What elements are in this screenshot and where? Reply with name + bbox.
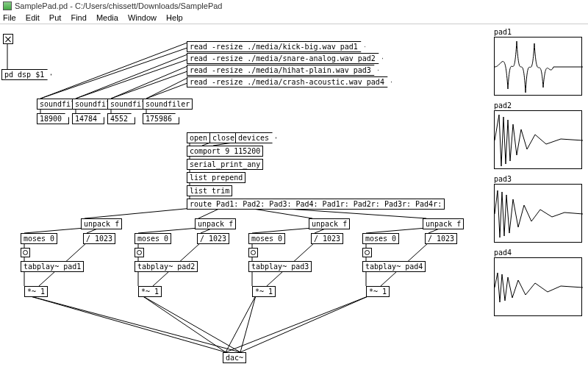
msg-read-4[interactable]: read -resize ./media/crash-acoustic.wav …	[187, 76, 392, 88]
num-samples-3[interactable]: 4552	[107, 113, 135, 124]
obj-tabplay-2[interactable]: tabplay~ pad2	[135, 261, 198, 272]
obj-mult-1[interactable]: *~ 1	[24, 286, 48, 297]
obj-mult-4[interactable]: *~ 1	[366, 286, 390, 297]
menu-help[interactable]: Help	[166, 13, 183, 22]
menu-bar[interactable]: File Edit Put Find Media Window Help	[0, 12, 588, 24]
array-label-1: pad1	[494, 28, 512, 36]
msg-read-2[interactable]: read -resize ./media/snare-analog.wav pa…	[187, 53, 383, 64]
obj-moses-2[interactable]: moses 0	[135, 233, 171, 244]
svg-line-6	[76, 60, 187, 99]
obj-mult-3[interactable]: *~ 1	[252, 286, 276, 297]
menu-file[interactable]: File	[3, 13, 16, 22]
array-label-3: pad3	[494, 175, 512, 183]
obj-tabplay-4[interactable]: tabplay~ pad4	[362, 261, 426, 272]
bang-3[interactable]	[248, 248, 258, 257]
obj-tabplay-3[interactable]: tabplay~ pad3	[248, 261, 312, 272]
svg-line-1	[40, 43, 187, 99]
svg-line-31	[28, 296, 240, 352]
obj-soundfiler-4[interactable]: soundfiler	[143, 99, 193, 110]
num-samples-2[interactable]: 14784	[72, 113, 104, 124]
obj-unpack-4[interactable]: unpack f	[423, 218, 464, 229]
svg-line-4	[146, 78, 187, 99]
obj-moses-1[interactable]: moses 0	[21, 233, 57, 244]
obj-moses-4[interactable]: moses 0	[362, 233, 399, 244]
bang-2[interactable]	[135, 248, 144, 257]
svg-line-54	[226, 296, 370, 352]
obj-div-4[interactable]: / 1023	[425, 233, 457, 244]
array-pad4[interactable]	[494, 257, 582, 316]
svg-line-24	[24, 228, 85, 233]
msg-devices[interactable]: devices	[235, 132, 276, 143]
num-samples-1[interactable]: 18900	[37, 113, 69, 124]
svg-line-38	[142, 296, 226, 352]
array-pad3[interactable]	[494, 184, 582, 243]
array-label-2: pad2	[494, 101, 512, 110]
svg-line-22	[248, 208, 312, 218]
menu-media[interactable]: Media	[96, 13, 118, 22]
obj-list-trim[interactable]: list trim	[187, 185, 232, 196]
obj-unpack-1[interactable]: unpack f	[81, 218, 122, 229]
obj-unpack-3[interactable]: unpack f	[309, 218, 350, 229]
svg-line-39	[142, 296, 240, 352]
svg-line-55	[240, 296, 370, 352]
obj-unpack-2[interactable]: unpack f	[195, 218, 236, 229]
window-title: SamplePad.pd - C:/Users/chissett/Downloa…	[15, 1, 222, 10]
svg-line-32	[138, 228, 198, 233]
obj-serial-print[interactable]: serial_print_any	[187, 159, 263, 170]
obj-moses-3[interactable]: moses 0	[248, 233, 285, 244]
menu-edit[interactable]: Edit	[26, 13, 40, 22]
menu-find[interactable]: Find	[71, 13, 86, 22]
obj-list-prepend[interactable]: list prepend	[187, 172, 245, 183]
svg-line-48	[366, 228, 426, 233]
svg-line-2	[76, 54, 187, 99]
obj-comport[interactable]: comport 9 115200	[187, 146, 263, 157]
svg-line-40	[252, 228, 312, 233]
svg-line-3	[111, 66, 187, 99]
svg-line-5	[40, 48, 187, 99]
obj-div-2[interactable]: / 1023	[197, 233, 229, 244]
obj-mult-2[interactable]: *~ 1	[138, 286, 162, 297]
array-pad2[interactable]	[494, 110, 582, 169]
svg-line-7	[111, 71, 187, 99]
dsp-toggle[interactable]	[3, 34, 13, 44]
array-pad1[interactable]	[494, 37, 582, 96]
obj-div-1[interactable]: / 1023	[83, 233, 115, 244]
num-samples-4[interactable]: 175986	[143, 113, 179, 124]
bang-4[interactable]	[362, 248, 372, 257]
svg-line-46	[226, 296, 256, 352]
obj-route[interactable]: route Pad1: Pad2: Pad3: Pad4: Pad1r: Pad…	[187, 199, 445, 210]
svg-line-21	[198, 208, 220, 218]
svg-line-8	[146, 83, 187, 99]
svg-line-23	[276, 208, 426, 218]
menu-put[interactable]: Put	[49, 13, 62, 22]
msg-pd-dsp[interactable]: pd dsp $1	[1, 69, 51, 80]
array-label-4: pad4	[494, 249, 512, 257]
window-titlebar: SamplePad.pd - C:/Users/chissett/Downloa…	[0, 0, 588, 12]
svg-line-30	[28, 296, 226, 352]
obj-div-3[interactable]: / 1023	[311, 233, 343, 244]
obj-dac[interactable]: dac~	[223, 352, 246, 363]
obj-tabplay-1[interactable]: tabplay~ pad1	[21, 261, 84, 272]
svg-line-47	[240, 296, 256, 352]
bang-1[interactable]	[21, 248, 30, 257]
msg-read-1[interactable]: read -resize ./media/kick-big.wav pad1	[187, 41, 365, 52]
msg-read-3[interactable]: read -resize ./media/hihat-plain.wav pad…	[187, 65, 379, 76]
patch-canvas[interactable]: pd dsp $1 read -resize ./media/kick-big.…	[0, 25, 588, 375]
pd-icon	[3, 1, 12, 10]
svg-line-20	[85, 208, 193, 218]
menu-window[interactable]: Window	[128, 13, 157, 22]
